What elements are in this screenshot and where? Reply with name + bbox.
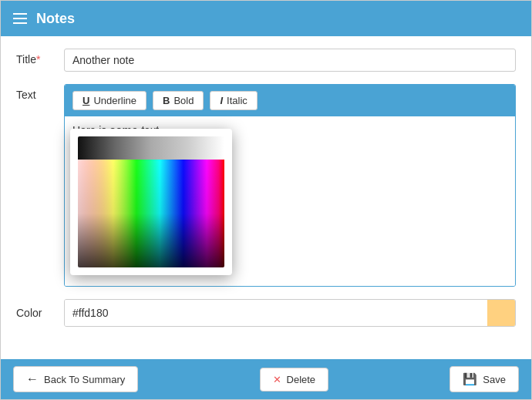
bold-icon: B — [163, 95, 170, 106]
italic-icon: I — [220, 95, 223, 106]
underline-icon: U — [82, 95, 89, 106]
title-label: Title* — [16, 49, 55, 66]
save-icon: 💾 — [463, 372, 477, 386]
text-toolbar: U Underline B Bold I Italic — [65, 85, 515, 116]
delete-x-icon: ✕ — [273, 374, 281, 385]
delete-button[interactable]: ✕ Delete — [260, 368, 329, 392]
color-input[interactable] — [65, 300, 487, 326]
color-input-wrapper — [64, 299, 516, 327]
bold-button[interactable]: B Bold — [153, 91, 204, 110]
color-swatch[interactable] — [487, 300, 515, 326]
color-label: Color — [16, 307, 55, 319]
title-input[interactable] — [64, 49, 516, 72]
header: Notes — [1, 1, 531, 36]
arrow-left-icon: ← — [26, 372, 39, 386]
title-row: Title* — [16, 49, 516, 72]
hamburger-menu-icon[interactable] — [13, 13, 27, 24]
notes-window: Notes Title* Text U Underline B — [0, 0, 532, 400]
color-gradient[interactable] — [78, 136, 224, 267]
underline-button[interactable]: U Underline — [72, 91, 146, 110]
italic-button[interactable]: I Italic — [210, 91, 257, 110]
footer: ← Back To Summary ✕ Delete 💾 Save — [1, 359, 531, 399]
save-button[interactable]: 💾 Save — [450, 366, 519, 392]
text-label: Text — [16, 84, 55, 287]
required-marker: * — [36, 53, 40, 66]
form-content: Title* Text U Underline B Bold I — [1, 36, 531, 359]
color-picker-popup[interactable] — [70, 129, 232, 275]
app-title: Notes — [36, 11, 75, 27]
color-row: Color — [16, 299, 516, 327]
back-to-summary-button[interactable]: ← Back To Summary — [13, 366, 138, 392]
